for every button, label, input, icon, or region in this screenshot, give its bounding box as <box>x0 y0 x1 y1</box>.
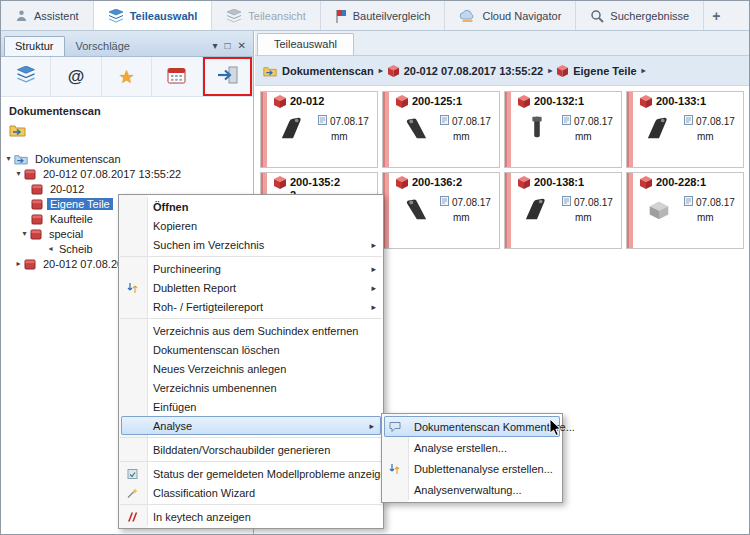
tab-assistent[interactable]: Assistent <box>1 1 94 30</box>
part-date: 07.08.17 <box>330 116 369 127</box>
tab-teileauswahl-panel[interactable]: Teileauswahl <box>257 33 354 55</box>
mouse-cursor-icon <box>549 418 562 437</box>
menu-item-roh-fertigteilereport[interactable]: Roh- / Fertigteilereport <box>119 297 383 316</box>
menu-item-label: Roh- / Fertigteilereport <box>153 301 263 313</box>
menu-item-kopieren[interactable]: Kopieren <box>119 216 383 235</box>
menu-item-verzeichnis-aus-suchindex-entfernen[interactable]: Verzeichnis aus dem Suchindex entfernen <box>119 321 383 340</box>
tab-label: Teileauswahl <box>130 10 198 22</box>
menu-item-label: Purchineering <box>153 263 221 275</box>
document-scan-button[interactable] <box>203 57 253 96</box>
part-cube-icon <box>274 95 286 110</box>
submenu-item-analyse-erstellen[interactable]: Analyse erstellen... <box>382 437 562 458</box>
submenu-item-dublettenanalyse-erstellen[interactable]: Dublettenanalyse erstellen... <box>382 458 562 479</box>
main-tab-bar: Assistent Teileauswahl Teileansicht Baut… <box>1 1 749 31</box>
part-unit: mm <box>575 212 613 223</box>
breadcrumb-item[interactable]: 20-012 07.08.2017 13:55:22 <box>404 65 543 77</box>
menu-item-dokumentenscan-loeschen[interactable]: Dokumentenscan löschen <box>119 340 383 359</box>
part-date: 07.08.17 <box>574 197 613 208</box>
part-card[interactable]: 200-138:1 07.08.17 mm <box>504 172 622 249</box>
duplicates-icon <box>389 463 400 475</box>
tree-item-label: 20-012 <box>47 183 87 195</box>
part-cube-icon <box>640 176 652 191</box>
part-card[interactable]: 200-125:1 07.08.17 mm <box>382 91 500 168</box>
tree-item-label: Kaufteile <box>47 213 96 225</box>
red-cube-icon <box>557 65 568 77</box>
tab-teileauswahl[interactable]: Teileauswahl <box>94 1 213 30</box>
menu-item-label: Öffnen <box>153 201 188 213</box>
red-folder-icon <box>24 168 36 180</box>
tab-bauteilvergleich[interactable]: Bauteilvergleich <box>321 1 446 30</box>
tab-struktur[interactable]: Struktur <box>4 36 65 56</box>
tab-suchergebnisse[interactable]: Suchergebnisse <box>576 1 704 30</box>
maximize-icon[interactable]: □ <box>225 40 231 51</box>
menu-item-in-keytech-anzeigen[interactable]: In keytech anzeigen <box>119 507 383 526</box>
tab-label: Bauteilvergleich <box>353 10 431 22</box>
add-tab-button[interactable]: + <box>704 1 728 30</box>
calendar-icon <box>167 66 186 88</box>
favorites-button[interactable]: ★ <box>102 57 152 96</box>
menu-item-label: Analyse <box>153 420 192 432</box>
menu-item-classification-wizard[interactable]: Classification Wizard <box>119 483 383 502</box>
document-icon <box>562 196 571 208</box>
scan-folder-icon <box>14 153 28 165</box>
menu-item-bilddaten-vorschaubilder-generieren[interactable]: Bilddaten/Vorschaubilder generieren <box>119 440 383 459</box>
duplicates-icon <box>127 282 138 294</box>
red-folder-icon <box>24 258 36 270</box>
submenu-item-dokumentenscan-kommentare[interactable]: Dokumentenscan Kommentare... <box>384 416 560 437</box>
part-cube-icon <box>518 176 530 191</box>
comment-icon <box>389 421 401 432</box>
layers-icon <box>16 66 36 87</box>
menu-item-purchineering[interactable]: Purchineering <box>119 259 383 278</box>
menu-item-verzeichnis-umbenennen[interactable]: Verzeichnis umbenennen <box>119 378 383 397</box>
submenu-item-analysenverwaltung[interactable]: Analysenverwaltung... <box>382 479 562 500</box>
breadcrumb-arrow-icon: ▸ <box>379 66 383 75</box>
close-icon[interactable]: ✕ <box>238 40 246 51</box>
expander-icon[interactable]: ◂ <box>45 244 56 253</box>
menu-item-einfuegen[interactable]: Einfügen <box>119 397 383 416</box>
menu-separator <box>120 504 382 505</box>
section-title: Dokumentenscan <box>1 97 253 119</box>
keytech-icon <box>127 511 138 522</box>
part-card[interactable]: 200-133:1 07.08.17 mm <box>626 91 744 168</box>
tree-item-label: Dokumentenscan <box>32 153 124 165</box>
expander-icon[interactable]: ▾ <box>19 229 30 238</box>
tab-teileansicht[interactable]: Teileansicht <box>212 1 320 30</box>
document-icon <box>440 196 449 208</box>
tab-label: Assistent <box>34 10 79 22</box>
part-card[interactable]: 200-228:1 07.08.17 mm <box>626 172 744 249</box>
tree-item-scan-folder[interactable]: ▾ 20-012 07.08.2017 13:55:22 <box>1 166 253 181</box>
layers-button[interactable] <box>1 57 51 96</box>
part-unit: mm <box>453 212 491 223</box>
menu-item-suchen-im-verzeichnis[interactable]: Suchen im Verzeichnis <box>119 235 383 254</box>
menu-item-status-modellprobleme[interactable]: Status der gemeldeten Modellprobleme anz… <box>119 464 383 483</box>
part-card[interactable]: 20-012 07.08.17 mm <box>260 91 378 168</box>
part-title: 200-133:1 <box>656 95 706 108</box>
menu-item-oeffnen[interactable]: Öffnen <box>119 197 383 216</box>
tab-label: Teileauswahl <box>274 38 337 50</box>
tab-vorschlaege[interactable]: Vorschläge <box>65 36 141 56</box>
expander-icon[interactable]: ▾ <box>3 154 14 163</box>
layers-gray-icon <box>226 9 242 23</box>
panel-menu-icon[interactable]: ▾ <box>213 40 218 51</box>
part-card[interactable]: 200-136:2 07.08.17 mm <box>382 172 500 249</box>
calendar-button[interactable] <box>152 57 202 96</box>
part-date: 07.08.17 <box>574 116 613 127</box>
expander-icon[interactable]: ▾ <box>13 169 24 178</box>
part-thumbnail <box>518 113 556 141</box>
part-title: 200-132:1 <box>534 95 584 108</box>
menu-item-dubletten-report[interactable]: Dubletten Report <box>119 278 383 297</box>
menu-item-label: In keytech anzeigen <box>153 511 251 523</box>
breadcrumb-item[interactable]: Dokumentenscan <box>282 65 374 77</box>
menu-item-neues-verzeichnis-anlegen[interactable]: Neues Verzeichnis anlegen <box>119 359 383 378</box>
part-title: 200-135:2 <box>290 176 340 189</box>
menu-item-analyse[interactable]: Analyse <box>121 416 381 435</box>
menu-separator <box>120 461 382 462</box>
tab-cloud-navigator[interactable]: Cloud Navigator <box>445 1 576 30</box>
breadcrumb-item[interactable]: Eigene Teile <box>573 65 636 77</box>
expander-icon[interactable]: ▸ <box>13 259 24 268</box>
at-button[interactable]: @ <box>51 57 101 96</box>
part-card[interactable]: 200-132:1 07.08.17 mm <box>504 91 622 168</box>
menu-item-label: Dokumentenscan löschen <box>153 344 280 356</box>
tree-item-dokumentenscan[interactable]: ▾ Dokumentenscan <box>1 151 253 166</box>
part-title: 20-012 <box>290 95 324 108</box>
